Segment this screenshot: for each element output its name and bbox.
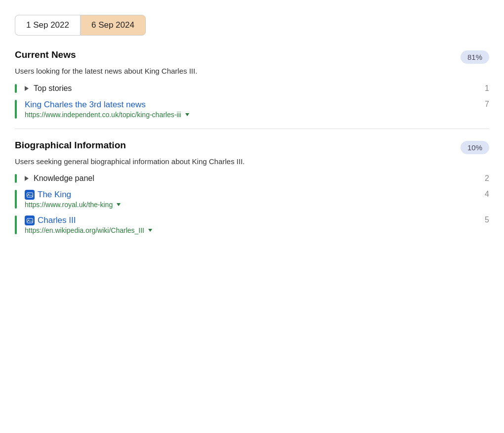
link-wrapper-1: King Charles the 3rd latest news7https:/… xyxy=(25,100,489,119)
link-title-1[interactable]: King Charles the 3rd latest news xyxy=(25,100,146,110)
sections-container: Current News81%Users looking for the lat… xyxy=(15,49,489,234)
green-bar-indicator xyxy=(15,100,17,119)
url-text: https://en.wikipedia.org/wiki/Charles_II… xyxy=(25,226,144,234)
result-item-biographical-info-2: Charles III5https://en.wikipedia.org/wik… xyxy=(15,216,489,234)
result-content-1: The King4https://www.royal.uk/the-king xyxy=(25,190,489,209)
result-item-current-news-0: Top stories1 xyxy=(15,84,489,93)
section-title-biographical-info: Biographical Information xyxy=(15,140,126,151)
url-text: https://www.royal.uk/the-king xyxy=(25,201,113,209)
green-bar-indicator xyxy=(15,174,17,183)
green-bar-indicator xyxy=(15,84,17,93)
link-wrapper-2: Charles III5https://en.wikipedia.org/wik… xyxy=(25,216,489,234)
result-content-1: King Charles the 3rd latest news7https:/… xyxy=(25,100,489,119)
expand-triangle-icon xyxy=(25,86,29,91)
result-content-0: Knowledge panel2 xyxy=(25,174,489,183)
section-desc-biographical-info: Users seeking general biographical infor… xyxy=(15,156,420,168)
result-row-0: Top stories1 xyxy=(25,84,489,93)
section-title-current-news: Current News xyxy=(15,49,76,60)
result-item-biographical-info-1: The King4https://www.royal.uk/the-king xyxy=(15,190,489,209)
dropdown-arrow-icon[interactable] xyxy=(148,229,152,232)
result-count: 4 xyxy=(485,190,489,199)
green-bar-indicator xyxy=(15,190,17,209)
result-content-2: Charles III5https://en.wikipedia.org/wik… xyxy=(25,216,489,234)
date-button-2[interactable]: 6 Sep 2024 xyxy=(80,15,146,36)
result-item-current-news-1: King Charles the 3rd latest news7https:/… xyxy=(15,100,489,119)
section-badge-biographical-info: 10% xyxy=(461,141,489,154)
expand-triangle-icon xyxy=(25,176,29,181)
section-header-current-news: Current News81% xyxy=(15,49,489,64)
expandable-label-0[interactable]: Knowledge panel xyxy=(25,174,94,183)
result-item-biographical-info-0: Knowledge panel2 xyxy=(15,174,489,183)
section-biographical-info: Biographical Information10%Users seeking… xyxy=(15,140,489,235)
image-icon xyxy=(25,190,35,200)
link-top-row: Charles III5 xyxy=(25,216,489,225)
green-bar-indicator xyxy=(15,216,17,234)
link-url-1: https://www.royal.uk/the-king xyxy=(25,201,489,209)
result-count: 7 xyxy=(485,100,489,109)
link-title-1[interactable]: The King xyxy=(25,190,71,200)
date-button-1[interactable]: 1 Sep 2022 xyxy=(15,15,80,36)
result-count: 2 xyxy=(485,174,489,183)
result-row-0: Knowledge panel2 xyxy=(25,174,489,183)
section-header-biographical-info: Biographical Information10% xyxy=(15,140,489,154)
expandable-text: Knowledge panel xyxy=(34,174,94,183)
svg-rect-2 xyxy=(27,218,33,222)
result-content-0: Top stories1 xyxy=(25,84,489,93)
dropdown-arrow-icon[interactable] xyxy=(117,203,121,206)
svg-rect-0 xyxy=(27,192,33,197)
link-top-row: The King4 xyxy=(25,190,489,200)
link-url-2: https://en.wikipedia.org/wiki/Charles_II… xyxy=(25,226,489,234)
link-title-2[interactable]: Charles III xyxy=(25,216,76,225)
expandable-label-0[interactable]: Top stories xyxy=(25,84,72,93)
section-current-news: Current News81%Users looking for the lat… xyxy=(15,49,489,119)
section-desc-current-news: Users looking for the latest news about … xyxy=(15,66,420,77)
result-count: 5 xyxy=(485,216,489,224)
link-url-1: https://www.independent.co.uk/topic/king… xyxy=(25,111,489,119)
image-icon xyxy=(25,216,35,225)
date-bar: 1 Sep 2022 6 Sep 2024 xyxy=(15,15,489,36)
link-top-row: King Charles the 3rd latest news7 xyxy=(25,100,489,110)
section-divider xyxy=(15,129,489,129)
url-text: https://www.independent.co.uk/topic/king… xyxy=(25,111,181,119)
expandable-text: Top stories xyxy=(34,84,72,93)
dropdown-arrow-icon[interactable] xyxy=(185,113,189,116)
result-count: 1 xyxy=(485,84,489,93)
section-badge-current-news: 81% xyxy=(461,50,489,64)
link-wrapper-1: The King4https://www.royal.uk/the-king xyxy=(25,190,489,209)
